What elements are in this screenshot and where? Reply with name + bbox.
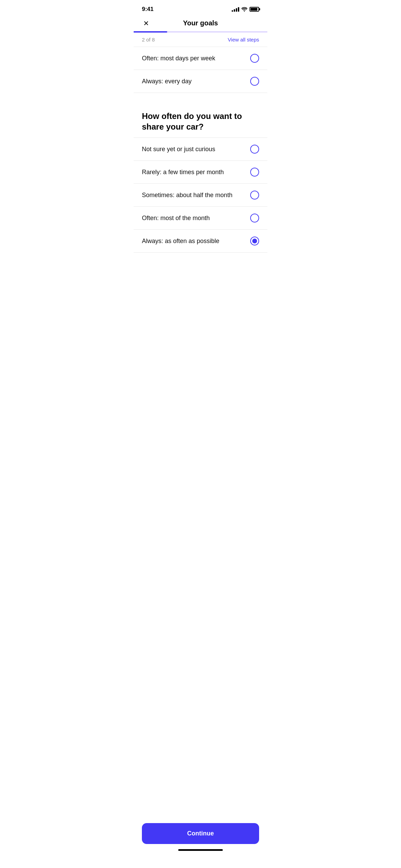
option-not-sure-radio [250,145,259,154]
option-rarely-radio [250,168,259,177]
option-not-sure-label: Not sure yet or just curious [142,146,215,153]
option-often-month-label: Often: most of the month [142,215,210,222]
option-often-days-label: Often: most days per week [142,55,215,62]
section1-options: Often: most days per week Always: every … [134,47,267,93]
view-all-steps-button[interactable]: View all steps [228,37,259,43]
option-sometimes-label: Sometimes: about half the month [142,192,232,199]
section-gap [134,93,267,101]
option-always-possible-radio [250,237,259,245]
status-icons [232,7,259,12]
scrollable-content: Often: most days per week Always: every … [134,47,267,294]
option-often-month[interactable]: Often: most of the month [134,207,267,230]
status-bar: 9:41 [134,0,267,16]
option-sometimes-radio [250,191,259,200]
step-indicator: 2 of 8 View all steps [134,33,267,47]
status-time: 9:41 [142,6,154,13]
option-often-days[interactable]: Often: most days per week [134,47,267,70]
option-always-possible[interactable]: Always: as often as possible [134,230,267,253]
option-always-possible-label: Always: as often as possible [142,238,219,245]
option-often-month-radio [250,214,259,222]
step-text: 2 of 8 [142,37,155,43]
battery-icon [250,7,259,12]
section2-question: How often do you want to share your car? [134,101,267,137]
signal-icon [232,7,239,12]
option-often-days-radio [250,54,259,63]
option-sometimes[interactable]: Sometimes: about half the month [134,184,267,207]
progress-fill [134,31,167,33]
option-always-day[interactable]: Always: every day [134,70,267,93]
option-not-sure[interactable]: Not sure yet or just curious [134,137,267,161]
close-button[interactable]: ✕ [142,19,150,28]
section2-options: Not sure yet or just curious Rarely: a f… [134,137,267,253]
option-rarely-label: Rarely: a few times per month [142,169,224,176]
option-always-day-label: Always: every day [142,78,192,85]
wifi-icon [241,7,247,12]
header: ✕ Your goals [134,16,267,31]
progress-bar [134,31,267,33]
option-rarely[interactable]: Rarely: a few times per month [134,161,267,184]
page-title: Your goals [183,19,218,27]
option-always-day-radio [250,77,259,86]
